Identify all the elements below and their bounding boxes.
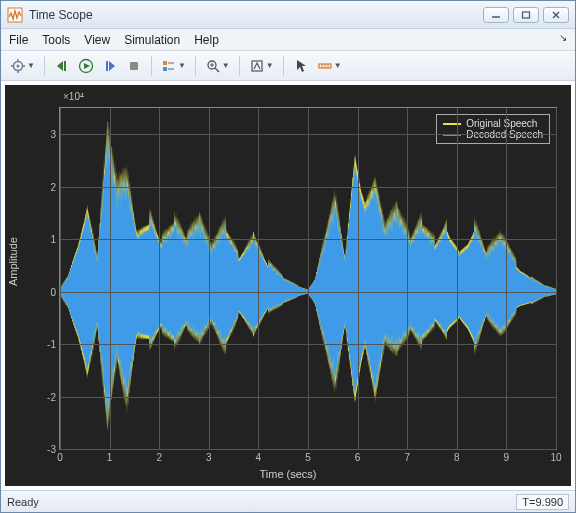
stop-button[interactable] xyxy=(123,55,145,77)
svg-rect-16 xyxy=(163,61,167,65)
pin-icon[interactable]: ↘ xyxy=(559,32,567,43)
svg-rect-2 xyxy=(523,12,530,18)
svg-line-19 xyxy=(215,68,219,72)
x-tick: 5 xyxy=(305,449,311,463)
x-tick: 3 xyxy=(206,449,212,463)
x-tick: 6 xyxy=(355,449,361,463)
x-tick: 4 xyxy=(256,449,262,463)
status-ready: Ready xyxy=(7,496,39,508)
window-title: Time Scope xyxy=(29,8,483,22)
svg-rect-10 xyxy=(64,61,66,71)
x-tick: 10 xyxy=(550,449,561,463)
x-tick: 9 xyxy=(504,449,510,463)
menu-view[interactable]: View xyxy=(84,33,110,47)
y-tick: 3 xyxy=(50,129,60,140)
axes-box[interactable]: Original Speech Decoded Speech 012345678… xyxy=(59,107,557,450)
app-icon xyxy=(7,7,23,23)
menu-simulation[interactable]: Simulation xyxy=(124,33,180,47)
measure-button[interactable]: ▼ xyxy=(314,55,345,77)
menu-help[interactable]: Help xyxy=(194,33,219,47)
titlebar[interactable]: Time Scope xyxy=(1,1,575,29)
svg-rect-15 xyxy=(130,62,138,70)
legend-entry-original: Original Speech xyxy=(443,118,543,129)
settings-button[interactable]: ▼ xyxy=(7,55,38,77)
toolbar: ▼ ▼ ▼ ▼ ▼ xyxy=(1,51,575,81)
autoscale-button[interactable]: ▼ xyxy=(246,55,277,77)
step-forward-button[interactable] xyxy=(99,55,121,77)
maximize-button[interactable] xyxy=(513,7,539,23)
status-time: T=9.990 xyxy=(516,494,569,510)
y-axis-label: Amplitude xyxy=(7,237,19,286)
svg-marker-12 xyxy=(84,63,90,69)
y-tick: 1 xyxy=(50,234,60,245)
run-button[interactable] xyxy=(75,55,97,77)
zoom-button[interactable]: ▼ xyxy=(202,55,233,77)
svg-marker-14 xyxy=(109,61,115,71)
y-exponent-label: ×10⁴ xyxy=(63,91,84,102)
time-scope-window: Time Scope File Tools View Simulation He… xyxy=(0,0,576,513)
plot-area: ×10⁴ Amplitude Time (secs) Original Spee… xyxy=(1,81,575,490)
x-tick: 2 xyxy=(156,449,162,463)
step-back-button[interactable] xyxy=(51,55,73,77)
svg-point-4 xyxy=(17,64,20,67)
legend-label-original: Original Speech xyxy=(466,118,537,129)
y-tick: 0 xyxy=(50,286,60,297)
y-tick: -2 xyxy=(47,391,60,402)
legend[interactable]: Original Speech Decoded Speech xyxy=(436,114,550,144)
svg-marker-9 xyxy=(57,61,63,71)
x-tick: 1 xyxy=(107,449,113,463)
cursor-button[interactable] xyxy=(290,55,312,77)
menu-tools[interactable]: Tools xyxy=(42,33,70,47)
y-tick: 2 xyxy=(50,181,60,192)
close-button[interactable] xyxy=(543,7,569,23)
menu-file[interactable]: File xyxy=(9,33,28,47)
statusbar: Ready T=9.990 xyxy=(1,490,575,512)
svg-rect-17 xyxy=(163,67,167,71)
y-tick: -3 xyxy=(47,444,60,455)
plot-canvas[interactable]: ×10⁴ Amplitude Time (secs) Original Spee… xyxy=(5,85,571,486)
svg-rect-13 xyxy=(106,61,108,71)
signal-select-button[interactable]: ▼ xyxy=(158,55,189,77)
menubar: File Tools View Simulation Help ↘ xyxy=(1,29,575,51)
x-axis-label: Time (secs) xyxy=(259,468,316,480)
x-tick: 8 xyxy=(454,449,460,463)
minimize-button[interactable] xyxy=(483,7,509,23)
x-tick: 7 xyxy=(404,449,410,463)
y-tick: -1 xyxy=(47,339,60,350)
